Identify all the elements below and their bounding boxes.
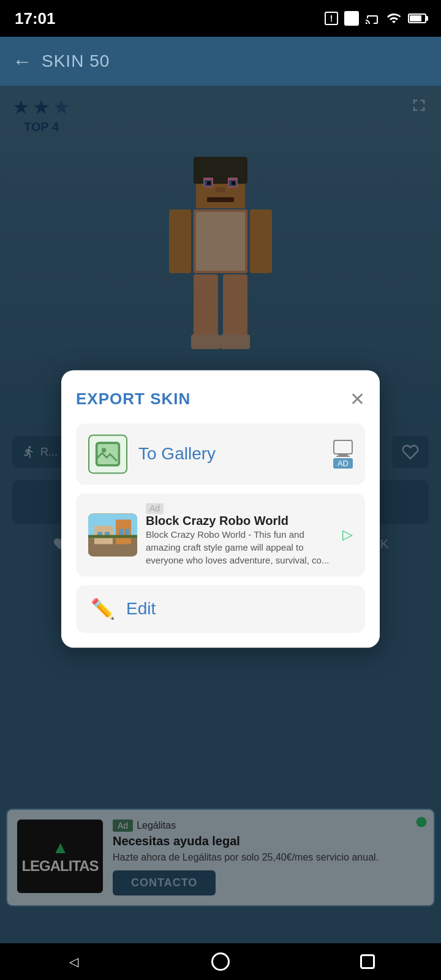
ad-play-arrow: ▷ [342,527,353,543]
modal-header: EXPORT SKIN ✕ [76,390,365,409]
nav-bar: ◁ [0,943,441,980]
ad-indicator: AD [333,440,353,469]
main-content: ★ ★ ★ TOP 4 [0,86,441,943]
svg-point-20 [102,448,106,452]
ad-label: Ad [146,503,164,514]
battery-icon [408,13,426,23]
modal-title: EXPORT SKIN [76,390,190,409]
svg-rect-32 [125,529,129,535]
wifi-icon [386,11,402,26]
modal-close-button[interactable]: ✕ [350,390,365,409]
export-skin-modal: EXPORT SKIN ✕ To Gallery [61,370,380,647]
cast-icon [365,11,380,26]
ad-option-title: Block Crazy Robo World [146,514,334,528]
gallery-option-icon [88,434,127,473]
nav-home-circle [211,952,230,971]
nav-square [360,954,375,969]
ad-option-thumbnail [88,513,137,556]
ad-label-row: Ad [146,503,334,514]
edit-option[interactable]: ✏️ Edit [76,585,365,633]
notification-icon [325,12,338,25]
app-bar: ← SKIN 50 [0,37,441,86]
nav-recents-button[interactable] [352,949,383,974]
svg-rect-24 [336,456,350,457]
white-square-icon [344,11,359,26]
ad-option-labels: Ad Block Crazy Robo World Block Crazy Ro… [146,503,334,567]
ad-small-badge: AD [333,458,353,469]
pencil-icon: ✏️ [91,597,115,620]
status-time: 17:01 [15,9,56,28]
to-gallery-label: To Gallery [138,444,216,464]
svg-rect-33 [88,535,137,538]
svg-rect-22 [334,440,352,454]
nav-home-button[interactable] [205,949,236,974]
edit-label: Edit [126,599,156,619]
ad-option-desc: Block Crazy Robo World - This fun and am… [146,528,334,567]
svg-rect-23 [338,454,348,456]
status-icons [325,11,426,26]
back-button[interactable]: ← [12,50,32,73]
page-title: SKIN 50 [42,51,110,71]
status-bar: 17:01 [0,0,441,37]
ad-option-row[interactable]: Ad Block Crazy Robo World Block Crazy Ro… [76,493,365,576]
svg-rect-31 [119,529,123,535]
nav-back-button[interactable]: ◁ [58,949,89,974]
to-gallery-option[interactable]: To Gallery AD [76,423,365,484]
